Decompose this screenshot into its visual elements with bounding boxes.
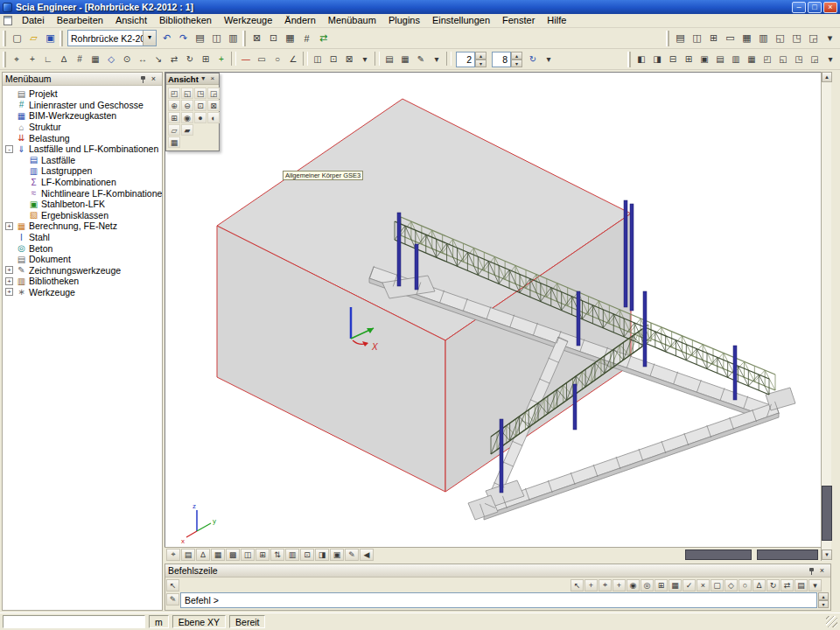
tree-item-lastfaelle-lf-kombinationen[interactable]: - ⇓ Lastfälle und LF-Kombinationen — [4, 144, 162, 155]
vp-layers-icon[interactable]: ▤ — [181, 549, 195, 561]
accept-icon[interactable]: ✓ — [682, 579, 696, 592]
model-3d-view[interactable]: X z y x — [165, 73, 821, 547]
mirror-icon[interactable]: ⇄ — [166, 52, 182, 67]
rect-tool-icon[interactable]: ▭ — [254, 52, 270, 67]
vp-hatch-icon[interactable]: ▩ — [226, 549, 240, 561]
snap-plus-icon[interactable]: + — [584, 579, 598, 592]
tree-item-lastfaelle[interactable]: ▤ Lastfälle — [17, 155, 162, 166]
doc-icon[interactable]: ▦ — [397, 52, 413, 67]
combo-dropdown-icon[interactable]: ▾ — [143, 31, 156, 46]
circle-select-icon[interactable]: ◎ — [640, 579, 654, 592]
angle-tool-icon[interactable]: ∠ — [285, 52, 301, 67]
repeat-icon[interactable]: ↻ — [766, 579, 780, 592]
select-arrow-icon[interactable]: ↖ — [570, 579, 584, 592]
beam-right-icon[interactable]: ◨ — [649, 52, 665, 67]
palette-dropdown-icon[interactable]: ▾ — [199, 74, 208, 84]
vp-grid-icon[interactable]: ⊞ — [256, 549, 270, 561]
undo-icon[interactable]: ↶ — [158, 30, 175, 46]
hatch2-icon[interactable]: ▥ — [728, 52, 744, 67]
poly-select-icon[interactable]: ◇ — [724, 579, 738, 592]
palette-close-icon[interactable]: × — [207, 74, 217, 84]
cmd-scroll-up-icon[interactable]: ▴ — [818, 592, 829, 600]
pin-icon[interactable] — [136, 74, 148, 84]
spin-down-icon[interactable]: ▾ — [475, 60, 486, 67]
cancel-icon[interactable]: × — [696, 579, 710, 592]
tree-item-struktur[interactable]: ⌂ Struktur — [4, 122, 162, 133]
close-panel-icon[interactable]: × — [816, 565, 828, 576]
ansicht-palette-header[interactable]: Ansicht ▾ × — [166, 74, 219, 85]
cmd-pointer-icon[interactable]: ↖ — [166, 579, 179, 592]
size-spinner[interactable]: 8 ▴ ▾ — [492, 52, 522, 67]
render-icon[interactable]: ▦ — [168, 136, 180, 148]
circle2-icon[interactable]: ○ — [738, 579, 752, 592]
ansicht-palette[interactable]: Ansicht ▾ × ◰◱◳◲⊕⊖⊡⊠⊞◉●◐▱▰▦ — [165, 73, 220, 151]
zoom-all-icon[interactable]: ⊠ — [207, 100, 220, 111]
minus-box-icon[interactable]: ⊟ — [665, 52, 681, 67]
center-icon[interactable]: ⊙ — [119, 52, 135, 67]
model-viewport[interactable]: X z y x Allgemeiner Körper GSE3 Ansicht … — [164, 72, 821, 547]
size-spinner-value[interactable]: 8 — [492, 52, 511, 67]
box-select-icon[interactable]: ▢ — [710, 579, 724, 592]
target-icon[interactable]: ⌖ — [598, 579, 612, 592]
menu-tree-panel-header[interactable]: Menübaum × — [3, 73, 162, 86]
menu-bearbeiten[interactable]: Bearbeiten — [51, 14, 109, 27]
tree-expander[interactable]: - — [5, 145, 13, 153]
redo-icon[interactable]: ↷ — [175, 30, 192, 46]
toolbar-grip[interactable] — [60, 31, 63, 46]
new-icon[interactable]: ▢ — [9, 30, 25, 46]
separator[interactable] — [231, 52, 236, 66]
tree-item-bim-werkzeugkasten[interactable]: ▦ BIM-Werkzeugkasten — [4, 110, 162, 122]
toolbar-grip[interactable] — [3, 52, 6, 67]
scroll-up-icon[interactable]: ▲ — [822, 72, 832, 82]
tree-item-zeichnungswerkzeuge[interactable]: + ✎ Zeichnungswerkzeuge — [4, 265, 162, 276]
line-tool-icon[interactable]: — — [238, 52, 254, 67]
open-folder-icon[interactable]: ▱ — [25, 30, 42, 46]
tree-item-ergebnisklassen[interactable]: ▧ Ergebnisklassen — [17, 210, 162, 221]
separator[interactable] — [374, 52, 380, 66]
swap-icon[interactable]: ⇄ — [780, 579, 794, 592]
zoom-selection-icon[interactable]: ⊡ — [326, 52, 341, 67]
zoom-selection-icon[interactable]: ⊞ — [168, 112, 180, 123]
tree-item-stahlbeton-lfk[interactable]: ▣ Stahlbeton-LFK — [17, 199, 162, 210]
menu-ansicht[interactable]: Ansicht — [109, 14, 153, 27]
calculator-icon[interactable]: # — [298, 30, 315, 46]
menu-datei[interactable]: Datei — [16, 14, 51, 27]
layers-panel-icon[interactable]: ▤ — [672, 30, 689, 46]
spin-down-icon[interactable]: ▾ — [511, 60, 522, 67]
separator[interactable] — [303, 52, 308, 66]
view-c-icon[interactable]: ◳ — [791, 52, 807, 67]
more-right-icon[interactable]: ▾ — [822, 52, 838, 67]
h-scrollbar-thumb[interactable] — [685, 550, 752, 560]
cross-icon[interactable]: + — [612, 579, 626, 592]
view-axo-icon[interactable]: ◰ — [168, 88, 180, 99]
table-icon[interactable]: ▤ — [382, 52, 397, 67]
circle-tool-icon[interactable]: ○ — [270, 52, 285, 67]
vp-updown-icon[interactable]: ⇅ — [270, 549, 284, 561]
menu-plugins[interactable]: Plugins — [382, 14, 426, 27]
separator[interactable] — [446, 52, 452, 66]
tree-item-berechnung-fe-netz[interactable]: + ▦ Berechnung, FE-Netz — [4, 220, 162, 232]
tree-item-beton[interactable]: ◎ Beton — [4, 242, 162, 254]
scale-dropdown-icon[interactable]: ▾ — [541, 52, 556, 67]
log-icon[interactable]: ▤ — [794, 579, 808, 592]
menu-hilfe[interactable]: Hilfe — [541, 14, 572, 27]
raster-icon[interactable]: ▦ — [88, 52, 103, 67]
vp-split-icon[interactable]: ◫ — [241, 549, 255, 561]
maximize-button[interactable]: □ — [808, 2, 822, 13]
save-icon[interactable]: ▣ — [42, 30, 59, 46]
clip-plane2-icon[interactable]: ▰ — [181, 124, 193, 136]
cmd-edit-icon[interactable]: ✎ — [166, 593, 179, 606]
zoom-window-icon[interactable]: ⊡ — [265, 30, 282, 46]
triangle-icon[interactable]: ∆ — [752, 579, 766, 592]
tree-item-lastgruppen[interactable]: ▥ Lastgruppen — [17, 165, 162, 177]
cmd-scroll-down-icon[interactable]: ▾ — [818, 600, 829, 608]
vp-filled-icon[interactable]: ▣ — [330, 549, 344, 561]
grid-sel-icon[interactable]: ⊞ — [654, 579, 668, 592]
stretch-icon[interactable]: ↔ — [135, 52, 150, 67]
print-icon[interactable]: ▤ — [192, 30, 208, 46]
window-panel-icon[interactable]: ▭ — [722, 30, 738, 46]
paste-icon[interactable]: ▥ — [225, 30, 242, 46]
view-corner1-icon[interactable]: ◱ — [772, 30, 788, 46]
document-icon[interactable]: ▦ — [282, 30, 298, 46]
tree-item-nichtlineare-lf-kombinationen[interactable]: ≈ Nichtlineare LF-Kombinationen — [17, 187, 162, 199]
